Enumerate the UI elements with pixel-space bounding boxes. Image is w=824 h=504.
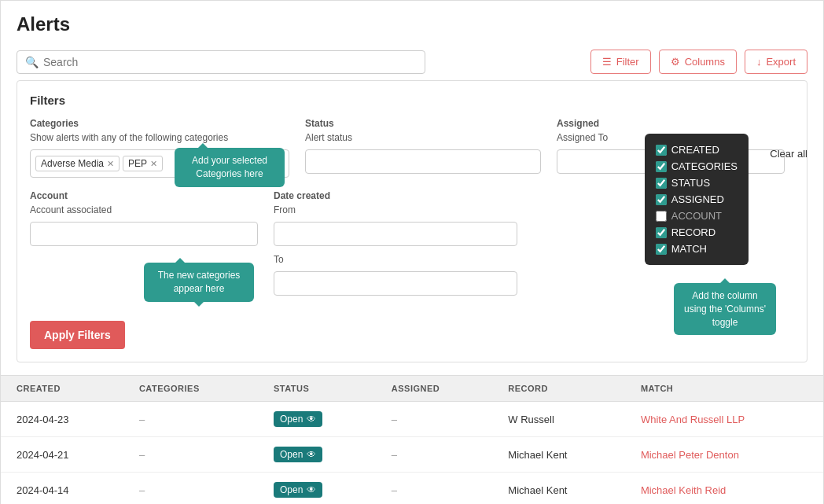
apply-area: Apply Filters The new categories appear … xyxy=(30,308,125,349)
page-container: Alerts 🔍 Expand the filters section with… xyxy=(0,0,824,504)
cell-created: 2024-04-21 xyxy=(1,437,123,473)
cell-record: W Russell xyxy=(492,402,625,437)
tooltip-newcat-bubble: The new categories appear here xyxy=(144,263,254,302)
column-item-status[interactable]: STATUS xyxy=(656,175,738,191)
filter-icon: ☰ xyxy=(602,56,612,68)
filter-group-date: Date created From To xyxy=(274,190,517,296)
account-sublabel: Account associated xyxy=(30,204,258,215)
date-from-label: From xyxy=(274,204,517,215)
column-checkbox-account[interactable] xyxy=(656,211,667,222)
cell-record: Michael Kent xyxy=(492,473,625,505)
column-checkbox-match[interactable] xyxy=(656,244,667,255)
categories-label: Categories xyxy=(30,118,289,129)
cell-status: Open 👁 xyxy=(258,437,376,473)
match-link[interactable]: Michael Peter Denton xyxy=(641,449,739,461)
column-checkbox-status[interactable] xyxy=(656,178,667,189)
cell-status: Open 👁 xyxy=(258,402,376,437)
column-checkbox-created[interactable] xyxy=(656,145,667,156)
cell-assigned: – xyxy=(376,437,493,473)
cell-created: 2024-04-14 xyxy=(1,473,123,505)
column-item-record[interactable]: RECORD xyxy=(656,224,738,241)
col-header-assigned: ASSIGNED xyxy=(376,376,493,402)
column-item-match[interactable]: MATCH xyxy=(656,241,738,257)
alerts-table: CREATEDCATEGORIESSTATUSASSIGNEDRECORDMAT… xyxy=(1,375,823,504)
status-badge: Open 👁 xyxy=(274,482,322,498)
remove-adverse-media[interactable]: ✕ xyxy=(107,159,114,169)
status-badge: Open 👁 xyxy=(274,447,322,462)
col-header-status: STATUS xyxy=(258,376,376,402)
results-section: CREATEDCATEGORIESSTATUSASSIGNEDRECORDMAT… xyxy=(1,375,823,504)
search-icon: 🔍 xyxy=(25,56,39,68)
cell-categories: – xyxy=(123,473,258,505)
status-label: Status xyxy=(305,118,541,129)
date-to-label: To xyxy=(274,254,517,265)
match-link[interactable]: White And Russell LLP xyxy=(641,414,745,425)
cell-assigned: – xyxy=(376,402,493,437)
search-input[interactable] xyxy=(43,56,417,68)
date-label: Date created xyxy=(274,190,517,201)
eye-icon: 👁 xyxy=(307,484,316,495)
eye-icon: 👁 xyxy=(307,449,316,460)
search-wrapper: 🔍 xyxy=(17,50,425,74)
export-button[interactable]: ↓ Export xyxy=(745,50,807,74)
tag-pep[interactable]: PEP ✕ xyxy=(123,156,163,171)
apply-filters-button[interactable]: Apply Filters xyxy=(30,321,125,349)
tag-adverse-media[interactable]: Adverse Media ✕ xyxy=(35,156,120,171)
filter-group-account: Account Account associated xyxy=(30,190,258,246)
column-item-created[interactable]: CREATED xyxy=(656,142,738,158)
table-row: 2024-04-21–Open 👁–Michael KentMichael Pe… xyxy=(1,437,823,473)
tooltip-categories-bubble: Add your selected Categories here xyxy=(175,148,285,187)
column-item-categories[interactable]: CATEGORIES xyxy=(656,158,738,175)
header-row: CREATEDCATEGORIESSTATUSASSIGNEDRECORDMAT… xyxy=(1,376,823,402)
categories-sublabel: Show alerts with any of the following ca… xyxy=(30,132,289,143)
table-row: 2024-04-14–Open 👁–Michael KentMichael Ke… xyxy=(1,473,823,505)
status-sublabel: Alert status xyxy=(305,132,541,143)
date-to-input[interactable] xyxy=(274,271,517,296)
status-badge: Open 👁 xyxy=(274,411,322,427)
cell-created: 2024-04-23 xyxy=(1,402,123,437)
assigned-label: Assigned xyxy=(557,118,785,129)
table-body: 2024-04-23–Open 👁–W RussellWhite And Rus… xyxy=(1,402,823,505)
col-header-categories: CATEGORIES xyxy=(123,376,258,402)
remove-pep[interactable]: ✕ xyxy=(150,159,157,169)
columns-button[interactable]: ⚙ Columns xyxy=(659,50,737,74)
cell-categories: – xyxy=(123,402,258,437)
account-label: Account xyxy=(30,190,258,201)
filter-button[interactable]: ☰ Filter xyxy=(590,50,651,74)
cell-match: Michael Keith Reid xyxy=(625,473,823,505)
status-select[interactable]: Open Closed xyxy=(305,149,541,174)
clear-all-link[interactable]: Clear all xyxy=(770,148,807,160)
cell-record: Michael Kent xyxy=(492,437,625,473)
top-bar: 🔍 Expand the filters section with the 'F… xyxy=(1,43,823,80)
cell-match: Michael Peter Denton xyxy=(625,437,823,473)
account-select[interactable] xyxy=(30,222,258,246)
tooltip-columns-bubble: Add the column using the 'Columns' toggl… xyxy=(674,283,776,335)
eye-icon: 👁 xyxy=(307,414,316,425)
cell-categories: – xyxy=(123,437,258,473)
column-checkbox-assigned[interactable] xyxy=(656,194,667,205)
match-link[interactable]: Michael Keith Reid xyxy=(641,484,726,496)
date-from-input[interactable] xyxy=(274,222,517,246)
column-item-assigned[interactable]: ASSIGNED xyxy=(656,191,738,208)
columns-dropdown: CREATEDCATEGORIESSTATUSASSIGNEDACCOUNTRE… xyxy=(645,134,749,265)
table-row: 2024-04-23–Open 👁–W RussellWhite And Rus… xyxy=(1,402,823,437)
table-header: CREATEDCATEGORIESSTATUSASSIGNEDRECORDMAT… xyxy=(1,376,823,402)
export-icon: ↓ xyxy=(756,56,762,68)
gear-icon: ⚙ xyxy=(671,56,680,68)
filters-title: Filters xyxy=(30,94,794,107)
col-header-record: RECORD xyxy=(492,376,625,402)
cell-status: Open 👁 xyxy=(258,473,376,505)
column-checkbox-categories[interactable] xyxy=(656,161,667,172)
col-header-created: CREATED xyxy=(1,376,123,402)
cell-match: White And Russell LLP xyxy=(625,402,823,437)
cell-assigned: – xyxy=(376,473,493,505)
col-header-match: MATCH xyxy=(625,376,823,402)
page-title: Alerts xyxy=(1,1,823,43)
column-checkbox-record[interactable] xyxy=(656,227,667,238)
column-item-account[interactable]: ACCOUNT xyxy=(656,208,738,224)
filter-group-status: Status Alert status Open Closed xyxy=(305,118,541,174)
